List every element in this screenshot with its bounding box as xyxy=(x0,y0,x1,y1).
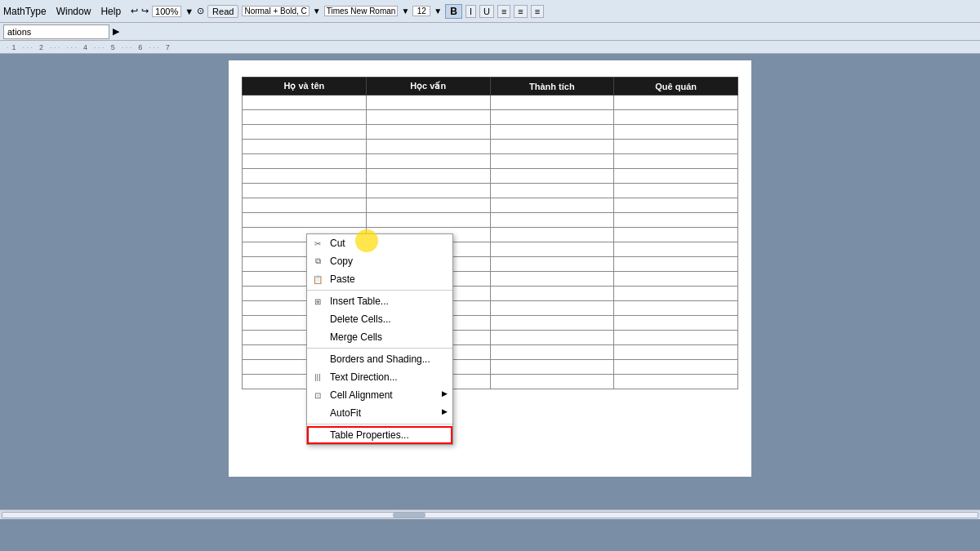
table-cell[interactable] xyxy=(243,169,367,184)
table-cell[interactable] xyxy=(614,287,738,301)
table-cell[interactable] xyxy=(614,96,738,110)
col-thanh-tich: Thành tích xyxy=(490,78,614,96)
italic-button[interactable]: I xyxy=(466,5,476,18)
table-cell[interactable] xyxy=(243,125,367,140)
ctx-copy[interactable]: ⧉ Copy xyxy=(307,252,452,270)
table-cell[interactable] xyxy=(366,140,490,154)
table-row xyxy=(243,198,738,213)
style-toolbar: ▶ xyxy=(0,23,980,41)
table-cell[interactable] xyxy=(490,213,614,228)
bold-button[interactable]: B xyxy=(445,4,462,19)
copy-icon: ⧉ xyxy=(310,255,325,268)
col-ho-va-ten: Họ và tên xyxy=(243,78,367,96)
menu-bar: MathType Window Help ↩ ↪ 100% ▼ ⊙ Read N… xyxy=(0,0,980,23)
table-cell[interactable] xyxy=(366,184,490,198)
align-right-button[interactable]: ≡ xyxy=(531,5,544,18)
table-cell[interactable] xyxy=(614,375,738,389)
table-cell[interactable] xyxy=(490,96,614,110)
table-cell[interactable] xyxy=(490,140,614,154)
table-cell[interactable] xyxy=(243,198,367,213)
style-input[interactable] xyxy=(3,24,109,39)
table-cell[interactable] xyxy=(490,169,614,184)
table-cell[interactable] xyxy=(243,184,367,198)
paste-icon: 📋 xyxy=(310,273,325,286)
table-cell[interactable] xyxy=(490,257,614,272)
table-cell[interactable] xyxy=(243,110,367,125)
table-cell[interactable] xyxy=(243,154,367,169)
ctx-borders-shading[interactable]: Borders and Shading... xyxy=(307,350,452,368)
table-cell[interactable] xyxy=(614,154,738,169)
table-cell[interactable] xyxy=(490,360,614,375)
ctx-paste[interactable]: 📋 Paste xyxy=(307,270,452,288)
table-cell[interactable] xyxy=(490,228,614,242)
read-button[interactable]: Read xyxy=(207,5,238,18)
table-cell[interactable] xyxy=(490,345,614,360)
ctx-cell-alignment[interactable]: ⊡ Cell Alignment xyxy=(307,386,452,404)
ctx-insert-table[interactable]: ⊞ Insert Table... xyxy=(307,292,452,310)
table-cell[interactable] xyxy=(614,316,738,331)
table-cell[interactable] xyxy=(614,213,738,228)
ctx-cut[interactable]: ✂ Cut xyxy=(307,234,452,252)
table-cell[interactable] xyxy=(614,301,738,316)
menu-window[interactable]: Window xyxy=(56,6,91,17)
zoom-display[interactable]: 100% xyxy=(152,6,181,17)
table-cell[interactable] xyxy=(366,213,490,228)
table-cell[interactable] xyxy=(490,375,614,389)
table-cell[interactable] xyxy=(243,96,367,110)
menu-help[interactable]: Help xyxy=(100,6,121,17)
ctx-merge-cells[interactable]: Merge Cells xyxy=(307,328,452,346)
underline-button[interactable]: U xyxy=(479,5,494,18)
table-cell[interactable] xyxy=(614,257,738,272)
table-cell[interactable] xyxy=(366,125,490,140)
context-menu: ✂ Cut ⧉ Copy 📋 Paste ⊞ Insert Table... D… xyxy=(306,233,453,445)
font-size-select[interactable]: 12 xyxy=(412,6,430,16)
table-cell[interactable] xyxy=(490,184,614,198)
table-cell[interactable] xyxy=(614,272,738,287)
table-cell[interactable] xyxy=(490,154,614,169)
align-left-button[interactable]: ≡ xyxy=(497,5,510,18)
table-row xyxy=(243,96,738,110)
style-arrow[interactable]: ▶ xyxy=(113,26,119,37)
table-cell[interactable] xyxy=(490,316,614,331)
insert-table-icon: ⊞ xyxy=(310,295,325,308)
table-cell[interactable] xyxy=(490,242,614,257)
style-select[interactable]: Normal + Bold, C xyxy=(242,6,309,16)
table-cell[interactable] xyxy=(614,331,738,345)
table-cell[interactable] xyxy=(366,110,490,125)
table-cell[interactable] xyxy=(614,140,738,154)
font-select[interactable]: Times New Roman xyxy=(324,6,399,16)
table-cell[interactable] xyxy=(366,169,490,184)
table-cell[interactable] xyxy=(490,331,614,345)
table-cell[interactable] xyxy=(490,198,614,213)
table-cell[interactable] xyxy=(614,228,738,242)
table-cell[interactable] xyxy=(614,198,738,213)
table-cell[interactable] xyxy=(614,345,738,360)
cut-icon: ✂ xyxy=(310,237,325,250)
ctx-text-direction[interactable]: ||| Text Direction... xyxy=(307,368,452,386)
table-cell[interactable] xyxy=(614,360,738,375)
table-cell[interactable] xyxy=(490,301,614,316)
horizontal-scrollbar[interactable] xyxy=(0,509,980,519)
scroll-thumb[interactable] xyxy=(393,513,425,518)
align-center-button[interactable]: ≡ xyxy=(514,5,527,18)
table-cell[interactable] xyxy=(614,184,738,198)
table-cell[interactable] xyxy=(614,110,738,125)
table-cell[interactable] xyxy=(614,125,738,140)
table-cell[interactable] xyxy=(614,169,738,184)
table-cell[interactable] xyxy=(366,154,490,169)
table-cell[interactable] xyxy=(366,198,490,213)
table-cell[interactable] xyxy=(614,242,738,257)
ctx-autofit[interactable]: AutoFit xyxy=(307,404,452,422)
table-cell[interactable] xyxy=(366,96,490,110)
table-row xyxy=(243,125,738,140)
table-cell[interactable] xyxy=(490,287,614,301)
separator-3 xyxy=(307,424,452,424)
ctx-table-properties[interactable]: Table Properties... xyxy=(307,426,452,444)
table-cell[interactable] xyxy=(490,125,614,140)
ctx-delete-cells[interactable]: Delete Cells... xyxy=(307,310,452,328)
table-cell[interactable] xyxy=(243,213,367,228)
table-cell[interactable] xyxy=(490,110,614,125)
table-cell[interactable] xyxy=(243,140,367,154)
menu-mathtype[interactable]: MathType xyxy=(3,6,47,17)
table-cell[interactable] xyxy=(490,272,614,287)
